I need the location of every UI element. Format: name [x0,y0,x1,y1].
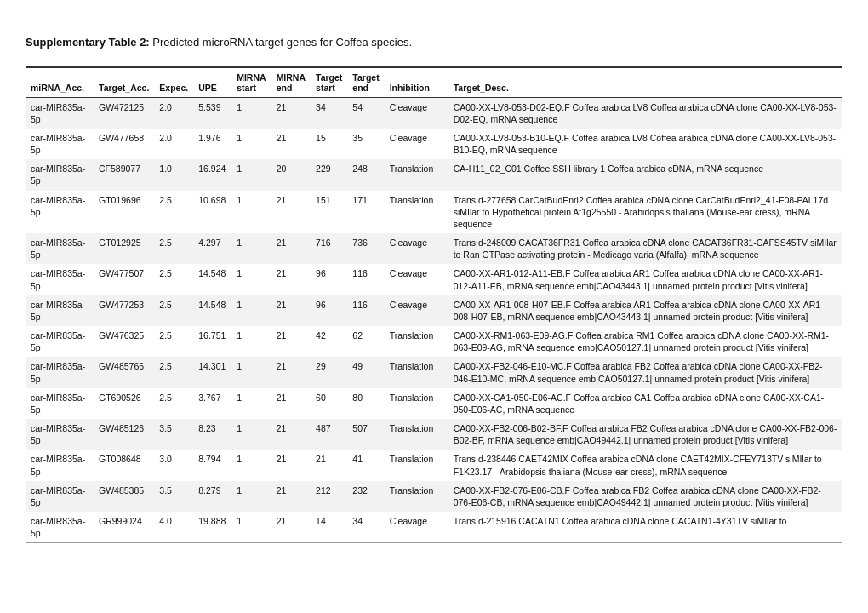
cell-target-acc: GW485126 [94,419,154,450]
cell-mirna: car-MIR835a-5p [26,295,94,326]
cell-inhibition: Translation [385,357,448,387]
cell-mirna-start: 1 [231,481,271,512]
cell-target-acc: GT008648 [94,450,154,480]
cell-mirna-end: 21 [271,481,311,512]
cell-target-end: 54 [347,97,384,129]
cell-expec: 1.0 [154,159,193,190]
cell-mirna-start: 1 [231,159,271,190]
cell-mirna-end: 21 [271,388,311,419]
col-target-acc: Target_Acc. [94,67,154,98]
cell-expec: 4.0 [154,512,193,543]
supplementary-table: miRNA_Acc. Target_Acc. Expec. UPE MIRNAs… [26,66,842,544]
cell-mirna-end: 21 [271,450,311,480]
header-row: miRNA_Acc. Target_Acc. Expec. UPE MIRNAs… [26,67,842,98]
cell-target-end: 34 [347,512,384,543]
table-row: car-MIR835a-5pGT6905262.53.7671216080Tra… [26,388,842,419]
cell-expec: 3.0 [154,450,193,480]
table-body: car-MIR835a-5pGW4721252.05.5391213454Cle… [26,97,842,543]
cell-inhibition: Translation [385,388,448,419]
cell-desc: TransId-248009 CACAT36FR31 Coffea arabic… [448,233,842,264]
cell-mirna-end: 21 [271,264,311,295]
cell-mirna: car-MIR835a-5p [26,326,94,357]
cell-target-start: 487 [311,419,347,450]
cell-target-acc: GT019696 [94,191,154,234]
cell-target-start: 151 [311,191,347,234]
cell-target-start: 21 [311,450,347,480]
cell-upe: 14.301 [193,357,231,387]
cell-upe: 8.794 [193,450,231,480]
cell-upe: 3.767 [193,388,231,419]
cell-upe: 8.279 [193,481,231,512]
table-row: car-MIR835a-5pGW4851263.58.23121487507Tr… [26,419,842,450]
cell-mirna-start: 1 [231,233,271,264]
table-row: car-MIR835a-5pGW4775072.514.54812196116C… [26,264,842,295]
cell-inhibition: Cleavage [385,264,448,295]
cell-mirna: car-MIR835a-5p [26,419,94,450]
cell-target-acc: GT690526 [94,388,154,419]
cell-expec: 2.0 [154,97,193,129]
cell-target-acc: GW477658 [94,129,154,159]
cell-target-acc: GW477507 [94,264,154,295]
cell-desc: CA00-XX-FB2-076-E06-CB.F Coffea arabica … [448,481,842,512]
cell-target-end: 736 [347,233,384,264]
cell-upe: 16.924 [193,159,231,190]
cell-desc: CA00-XX-CA1-050-E06-AC.F Coffea arabica … [448,388,842,419]
cell-expec: 2.5 [154,388,193,419]
cell-target-end: 80 [347,388,384,419]
cell-mirna-start: 1 [231,191,271,234]
cell-target-end: 35 [347,129,384,159]
cell-desc: TransId-215916 CACATN1 Coffea arabica cD… [448,512,842,543]
table-header: miRNA_Acc. Target_Acc. Expec. UPE MIRNAs… [26,67,842,98]
cell-expec: 2.5 [154,326,193,357]
table-row: car-MIR835a-5pGT0129252.54.297121716736C… [26,233,842,264]
cell-inhibition: Translation [385,326,448,357]
table-row: car-MIR835a-5pGW4776582.01.9761211535Cle… [26,129,842,159]
table-row: car-MIR835a-5pGT0196962.510.698121151171… [26,191,842,234]
table-row: car-MIR835a-5pGW4853853.58.279121212232T… [26,481,842,512]
cell-target-end: 248 [347,159,384,190]
cell-target-start: 96 [311,295,347,326]
cell-expec: 2.5 [154,191,193,234]
cell-target-start: 212 [311,481,347,512]
col-mirna-acc: miRNA_Acc. [26,67,94,98]
cell-mirna-end: 21 [271,233,311,264]
cell-mirna-start: 1 [231,450,271,480]
cell-target-end: 49 [347,357,384,387]
cell-mirna: car-MIR835a-5p [26,357,94,387]
cell-expec: 2.5 [154,295,193,326]
cell-mirna-start: 1 [231,295,271,326]
cell-target-start: 14 [311,512,347,543]
cell-mirna-start: 1 [231,129,271,159]
cell-upe: 4.297 [193,233,231,264]
col-expec: Expec. [154,67,193,98]
cell-inhibition: Translation [385,450,448,480]
cell-expec: 3.5 [154,419,193,450]
cell-inhibition: Cleavage [385,97,448,129]
cell-expec: 3.5 [154,481,193,512]
cell-mirna: car-MIR835a-5p [26,159,94,190]
cell-target-end: 507 [347,419,384,450]
cell-desc: CA00-XX-FB2-006-B02-BF.F Coffea arabica … [448,419,842,450]
col-upe: UPE [193,67,231,98]
cell-mirna: car-MIR835a-5p [26,97,94,129]
cell-target-end: 62 [347,326,384,357]
cell-inhibition: Translation [385,159,448,190]
title-rest: Predicted microRNA target genes for Coff… [150,36,412,49]
cell-mirna-end: 21 [271,191,311,234]
cell-expec: 2.5 [154,233,193,264]
cell-inhibition: Cleavage [385,129,448,159]
cell-mirna-start: 1 [231,326,271,357]
cell-desc: CA00-XX-AR1-008-H07-EB.F Coffea arabica … [448,295,842,326]
table-row: car-MIR835a-5pGW4772532.514.54812196116C… [26,295,842,326]
cell-target-start: 15 [311,129,347,159]
col-target-end: Targetend [347,67,384,98]
cell-mirna-start: 1 [231,419,271,450]
cell-mirna-start: 1 [231,97,271,129]
cell-inhibition: Translation [385,481,448,512]
col-inhibition: Inhibition [385,67,448,98]
cell-upe: 14.548 [193,264,231,295]
cell-mirna-end: 21 [271,295,311,326]
cell-target-start: 42 [311,326,347,357]
cell-target-end: 171 [347,191,384,234]
cell-mirna: car-MIR835a-5p [26,450,94,480]
